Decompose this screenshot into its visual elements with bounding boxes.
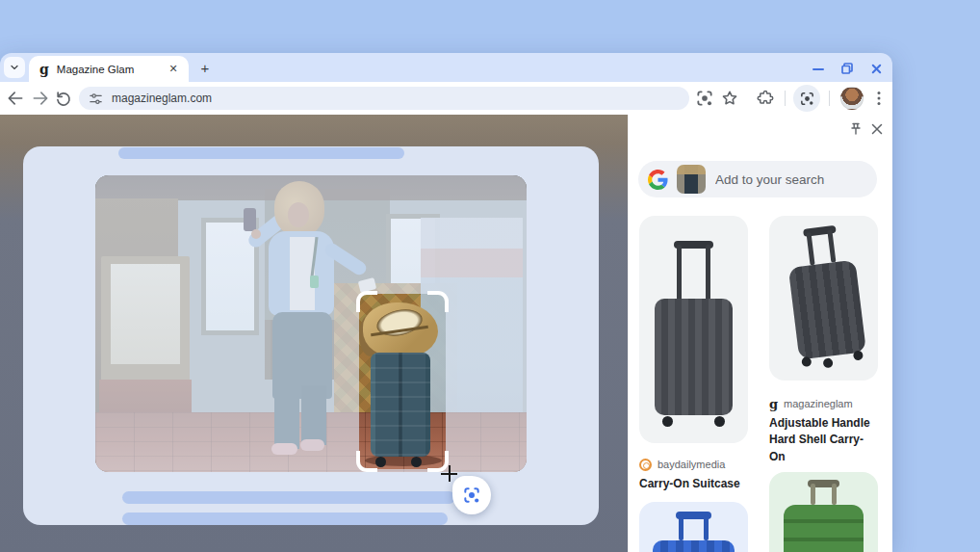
product-title[interactable]: Adjustable Handle Hard Shell Carry-On <box>769 415 878 465</box>
lens-address-button[interactable] <box>695 89 714 108</box>
woman-pants <box>272 312 332 399</box>
source-name: baydailymedia <box>658 459 725 470</box>
photo-display-case-base <box>99 380 192 445</box>
close-panel-button[interactable] <box>869 121 885 137</box>
three-dot-menu-icon <box>869 89 889 108</box>
woman-raised-arm <box>245 211 289 250</box>
selection-bracket[interactable] <box>427 291 449 312</box>
tab-search-button[interactable] <box>4 57 25 78</box>
display-case-glass <box>111 264 180 364</box>
menu-button[interactable] <box>869 89 889 108</box>
product-card[interactable] <box>639 502 748 552</box>
product-title[interactable]: Carry-On Suitcase <box>639 476 748 492</box>
star-icon <box>720 89 739 108</box>
tab-favicon: g <box>39 63 49 76</box>
address-bar[interactable]: magazineglam.com <box>79 87 689 110</box>
restore-button[interactable] <box>839 61 855 76</box>
woman-lanyard <box>310 237 318 277</box>
restore-icon <box>840 62 854 75</box>
photo-wood-beam <box>95 175 527 200</box>
photo-window-left <box>201 218 259 335</box>
photo-wood-wall <box>95 198 178 424</box>
source-row[interactable]: baydailymedia <box>639 457 748 472</box>
browser-toolbar: magazineglam.com <box>0 82 892 115</box>
lens-side-panel: baydailymedia Carry-On Suitcase <box>628 115 892 552</box>
skeleton-line <box>122 513 448 525</box>
tab-strip: g Magazine Glam ✕ + <box>0 53 892 82</box>
tab-title: Magazine Glam <box>57 64 166 75</box>
minimize-button[interactable] <box>811 61 826 76</box>
query-thumbnail <box>677 165 706 194</box>
source-row[interactable]: g magazineglam <box>769 396 878 411</box>
woman-leg <box>301 385 326 445</box>
woman-denim-jacket <box>269 231 334 316</box>
bookmark-button[interactable] <box>720 89 739 108</box>
reload-button[interactable] <box>54 89 73 108</box>
chevron-down-icon <box>9 62 20 73</box>
skeleton-line <box>118 147 404 159</box>
pin-panel-button[interactable] <box>848 121 864 137</box>
lens-icon <box>799 91 815 107</box>
search-bar[interactable] <box>638 161 877 197</box>
new-tab-button[interactable]: + <box>195 58 215 77</box>
toolbar-separator <box>785 91 786 106</box>
minimize-icon <box>812 62 825 75</box>
product-card[interactable] <box>639 216 748 443</box>
forward-button[interactable] <box>31 89 50 108</box>
product-image-suitcase-angled <box>769 216 878 381</box>
baydailymedia-logo-icon <box>639 459 652 471</box>
browser-window: g Magazine Glam ✕ + magazineglam.com <box>0 53 892 552</box>
pin-icon <box>848 121 864 137</box>
selection-bracket[interactable] <box>356 451 377 472</box>
selection-bracket[interactable] <box>356 291 377 312</box>
skeleton-line <box>122 491 455 504</box>
site-settings-icon <box>89 92 103 106</box>
lens-selection[interactable] <box>359 294 446 469</box>
woman-face <box>288 202 309 227</box>
woman-shoe <box>300 439 324 451</box>
woman-shoe <box>271 443 297 455</box>
back-icon <box>6 89 25 108</box>
reload-icon <box>54 89 73 108</box>
back-button[interactable] <box>6 89 25 108</box>
close-icon <box>869 121 885 137</box>
woman-lanyard-card <box>310 276 319 288</box>
results-column: g magazineglam Adjustable Handle Hard Sh… <box>769 216 878 552</box>
profile-avatar[interactable] <box>840 87 864 110</box>
tab-close-icon[interactable]: ✕ <box>166 62 181 77</box>
product-image-suitcase-dark <box>639 216 748 443</box>
woman-hand <box>251 229 261 239</box>
page-background <box>0 115 628 552</box>
lens-toolbar-button[interactable] <box>793 85 820 112</box>
woman-white-top <box>290 237 315 310</box>
lens-icon <box>695 89 714 108</box>
woman-hair <box>274 181 324 237</box>
photo-display-case-left <box>101 256 190 381</box>
close-icon <box>870 63 883 75</box>
url-text: magazineglam.com <box>112 92 212 105</box>
article-card <box>23 146 599 525</box>
google-logo <box>648 170 668 190</box>
tab-magazine-glam[interactable]: g Magazine Glam ✕ <box>29 56 189 82</box>
lens-search-button[interactable] <box>452 476 491 514</box>
extensions-button[interactable] <box>756 89 775 108</box>
magazineglam-favicon: g <box>769 398 778 410</box>
product-card[interactable] <box>769 472 878 552</box>
results-column: baydailymedia Carry-On Suitcase <box>639 216 748 552</box>
lens-icon <box>462 486 481 505</box>
toolbar-separator <box>829 91 830 106</box>
product-image-suitcase-green <box>769 472 878 552</box>
product-card[interactable] <box>769 216 878 381</box>
close-button[interactable] <box>868 61 884 76</box>
woman-lowered-arm <box>322 241 369 277</box>
puzzle-icon <box>756 89 775 108</box>
article-image[interactable] <box>95 175 527 472</box>
product-image-suitcase-blue <box>639 502 748 552</box>
search-input[interactable] <box>715 172 860 187</box>
woman-leg <box>274 385 299 449</box>
forward-icon <box>31 89 50 108</box>
woman-phone <box>244 208 256 231</box>
source-name: magazineglam <box>784 398 853 409</box>
photo-floor <box>95 412 527 472</box>
